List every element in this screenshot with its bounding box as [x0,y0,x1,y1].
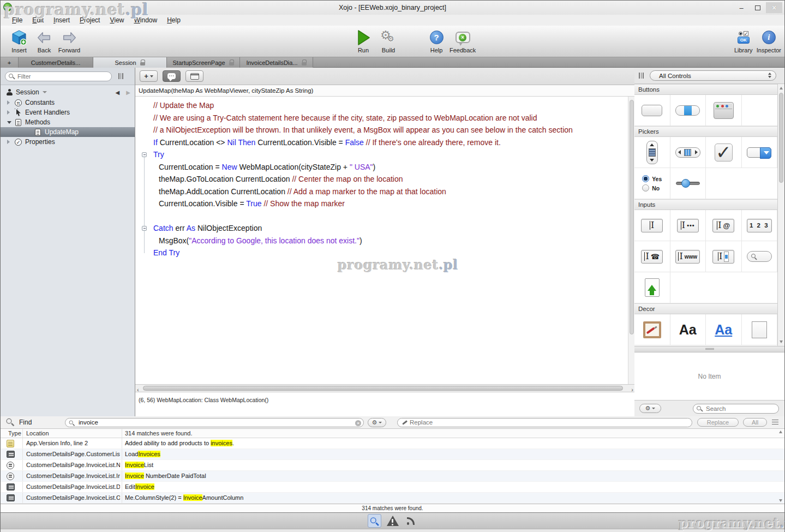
library-control-toolbar-control[interactable] [706,95,742,126]
library-control-slider[interactable] [670,168,706,199]
replace-all-button[interactable]: All [743,418,767,427]
code-line[interactable]: // Update the Map [135,99,628,112]
menu-view[interactable]: View [105,15,129,26]
menu-project[interactable]: Project [75,15,105,26]
add-button[interactable]: + [140,70,158,82]
library-control-password-field[interactable]: I••• [670,210,706,241]
scrollbar-thumb[interactable] [143,386,623,391]
library-control-text-field[interactable]: I [634,210,670,241]
code-line[interactable]: // We are using a Try-Catch statement he… [135,112,628,124]
tree-item-constants[interactable]: πConstants [1,98,135,107]
library-control-rectangle[interactable] [742,314,778,345]
library-control-url-field[interactable]: Iwww [670,241,706,272]
nav-forward-button[interactable]: ▶ [126,89,130,95]
code-line[interactable]: theMap.GoToLocation CurrentLocation // C… [135,173,628,186]
layout-toggle-button[interactable] [185,70,203,82]
find-options-button[interactable]: ⚙ [368,418,386,427]
tab-startupscreenpage[interactable]: StartupScreenPage [167,57,240,68]
feed-button[interactable] [404,514,417,528]
library-control-popup-menu[interactable] [742,137,778,168]
code-line[interactable]: Catch err As NilObjectException [135,222,628,235]
controls-filter-dropdown[interactable]: All Controls [650,70,776,81]
tree-item-updatemap[interactable]: UpdateMap [1,127,135,137]
code-line[interactable]: If CurrentLocation <> Nil Then CurrentLo… [135,136,628,149]
forward-button[interactable]: Forward [57,27,81,56]
menu-edit[interactable]: Edit [27,15,49,26]
library-control-label[interactable]: Aa [670,314,706,345]
library-control-stepper[interactable] [634,137,670,168]
expander-icon[interactable] [7,100,14,105]
find-search-field[interactable]: × [65,418,364,427]
menu-help[interactable]: Help [162,15,185,26]
library-control-spinner-field[interactable]: I [706,241,742,272]
drag-grip-icon[interactable] [118,73,124,79]
code-area[interactable]: // Update the Map// We are using a Try-C… [135,97,628,384]
library-control-file-uploader[interactable] [634,272,670,303]
library-gear-button[interactable]: ⚙ [639,404,661,413]
tree-item-properties[interactable]: ✓Properties [1,137,135,147]
library-control-checkbox[interactable]: ✓ [706,137,742,168]
library-control-link-label[interactable]: Aa [706,314,742,345]
build-button[interactable]: ⚙⚙Build [376,27,400,56]
replace-button[interactable]: Replace [697,418,739,427]
search-results-button[interactable] [368,514,381,528]
library-control-segmented-slider[interactable] [670,137,706,168]
code-line[interactable]: CurrentLocation.Visible = True // Show t… [135,198,628,210]
find-result-row[interactable]: CustomerDetailsPage.InvoiceList.DouEditI… [1,482,784,493]
scroll-up-arrow[interactable] [779,431,782,433]
tab-invoicedetailsdia[interactable]: InvoiceDetailsDia... [240,57,313,68]
library-control-search-field[interactable] [742,241,778,272]
column-header-type[interactable]: Type [8,430,21,437]
library-splitter[interactable] [634,346,784,352]
library-control-email-field[interactable]: I@ [706,210,742,241]
clear-search-button[interactable]: × [355,420,361,426]
find-result-row[interactable]: CustomerDetailsPage.InvoiceList.OpeMe.Co… [1,493,784,504]
menu-insert[interactable]: Insert [49,15,75,26]
filter-input[interactable] [17,73,99,80]
expander-icon[interactable] [7,140,14,144]
library-control-radio-group[interactable]: YesNo [634,168,670,199]
close-button[interactable]: × [766,2,782,13]
code-line[interactable]: // a NilObjectException will be thrown. … [135,124,628,136]
tree-item-event-handlers[interactable]: Event Handlers [1,107,135,117]
back-button[interactable]: Back [32,27,56,56]
find-result-row[interactable]: CustomerDetailsPage.CustomerList.SLoadIn… [1,449,784,460]
scroll-up-arrow[interactable] [780,87,783,89]
inspector-button[interactable]: iInspector [757,27,781,56]
warnings-button[interactable] [386,514,399,528]
code-fold-icon[interactable] [142,226,147,231]
find-result-row[interactable]: App.Version Info, line 2Added ability to… [1,438,784,449]
help-button[interactable]: ?Help [424,27,448,56]
replace-field[interactable] [397,418,692,427]
column-header-location[interactable]: Location [26,430,49,437]
find-result-row[interactable]: CustomerDetailsPage.InvoiceList.NanInvoi… [1,460,784,471]
library-search-input[interactable] [706,405,771,412]
code-line[interactable]: MsgBox("According to Google, this locati… [135,235,628,247]
tab-customerdetails[interactable]: CustomerDetails... [19,57,93,68]
code-line[interactable]: Try [135,148,628,161]
library-control-number-field[interactable]: 1 2 3 [742,210,778,241]
comments-toggle-button[interactable] [163,70,181,82]
scrollbar-thumb[interactable] [779,93,783,183]
scroll-down-arrow[interactable] [780,340,783,343]
library-control-image-well[interactable] [634,314,670,345]
insert-button[interactable]: Insert [7,27,31,56]
library-control-push-button[interactable] [634,95,670,126]
find-result-row[interactable]: CustomerDetailsPage.InvoiceList.InitiInv… [1,471,784,482]
expander-icon[interactable] [7,121,14,124]
maximize-button[interactable] [750,2,766,13]
add-tab-button[interactable]: + [1,57,19,68]
scroll-down-arrow[interactable] [779,499,782,502]
code-line[interactable]: End Try [135,247,628,259]
menu-file[interactable]: File [7,15,27,26]
scrollbar-thumb[interactable] [630,100,634,334]
replace-input[interactable] [410,419,672,426]
drag-grip-icon[interactable] [639,73,644,79]
code-line[interactable]: theMap.AddLocation CurrentLocation // Ad… [135,186,628,198]
tab-session[interactable]: Session [93,57,167,68]
results-scrollbar[interactable] [777,429,784,504]
editor-horizontal-scrollbar[interactable]: ‹ › [135,384,635,392]
expander-icon[interactable] [7,110,14,115]
filter-field[interactable] [5,71,112,81]
run-button[interactable]: Run [351,27,375,56]
